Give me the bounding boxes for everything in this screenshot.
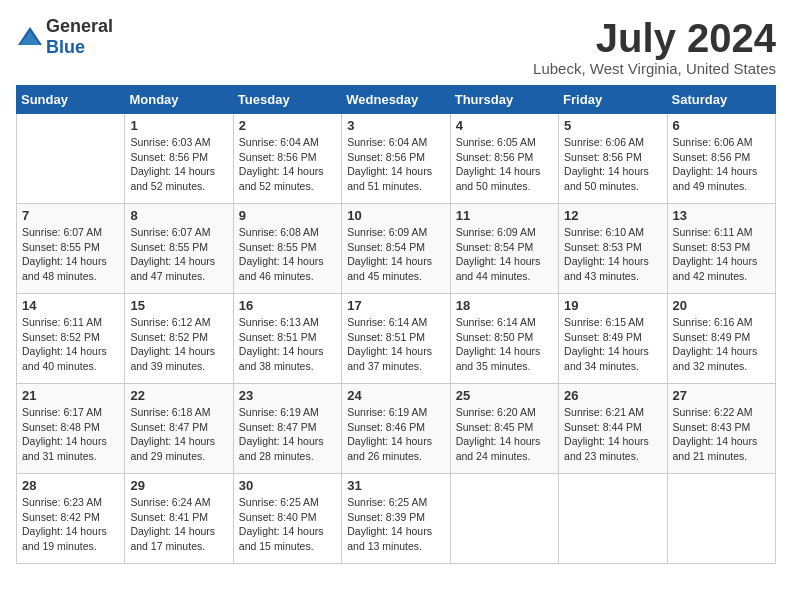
header-row: SundayMondayTuesdayWednesdayThursdayFrid… — [17, 86, 776, 114]
cell-content: Sunrise: 6:05 AM Sunset: 8:56 PM Dayligh… — [456, 135, 553, 194]
calendar-cell: 12Sunrise: 6:10 AM Sunset: 8:53 PM Dayli… — [559, 204, 667, 294]
calendar-cell: 30Sunrise: 6:25 AM Sunset: 8:40 PM Dayli… — [233, 474, 341, 564]
calendar-cell — [559, 474, 667, 564]
cell-content: Sunrise: 6:14 AM Sunset: 8:50 PM Dayligh… — [456, 315, 553, 374]
day-number: 18 — [456, 298, 553, 313]
day-number: 20 — [673, 298, 770, 313]
calendar-table: SundayMondayTuesdayWednesdayThursdayFrid… — [16, 85, 776, 564]
week-row-5: 28Sunrise: 6:23 AM Sunset: 8:42 PM Dayli… — [17, 474, 776, 564]
cell-content: Sunrise: 6:22 AM Sunset: 8:43 PM Dayligh… — [673, 405, 770, 464]
cell-content: Sunrise: 6:13 AM Sunset: 8:51 PM Dayligh… — [239, 315, 336, 374]
col-header-wednesday: Wednesday — [342, 86, 450, 114]
day-number: 8 — [130, 208, 227, 223]
col-header-tuesday: Tuesday — [233, 86, 341, 114]
cell-content: Sunrise: 6:12 AM Sunset: 8:52 PM Dayligh… — [130, 315, 227, 374]
calendar-cell: 24Sunrise: 6:19 AM Sunset: 8:46 PM Dayli… — [342, 384, 450, 474]
cell-content: Sunrise: 6:03 AM Sunset: 8:56 PM Dayligh… — [130, 135, 227, 194]
day-number: 11 — [456, 208, 553, 223]
logo-text: General Blue — [46, 16, 113, 58]
calendar-cell: 6Sunrise: 6:06 AM Sunset: 8:56 PM Daylig… — [667, 114, 775, 204]
cell-content: Sunrise: 6:07 AM Sunset: 8:55 PM Dayligh… — [130, 225, 227, 284]
day-number: 9 — [239, 208, 336, 223]
calendar-cell: 9Sunrise: 6:08 AM Sunset: 8:55 PM Daylig… — [233, 204, 341, 294]
calendar-cell: 14Sunrise: 6:11 AM Sunset: 8:52 PM Dayli… — [17, 294, 125, 384]
cell-content: Sunrise: 6:23 AM Sunset: 8:42 PM Dayligh… — [22, 495, 119, 554]
cell-content: Sunrise: 6:11 AM Sunset: 8:52 PM Dayligh… — [22, 315, 119, 374]
col-header-thursday: Thursday — [450, 86, 558, 114]
calendar-cell: 23Sunrise: 6:19 AM Sunset: 8:47 PM Dayli… — [233, 384, 341, 474]
calendar-cell: 10Sunrise: 6:09 AM Sunset: 8:54 PM Dayli… — [342, 204, 450, 294]
day-number: 16 — [239, 298, 336, 313]
day-number: 2 — [239, 118, 336, 133]
cell-content: Sunrise: 6:06 AM Sunset: 8:56 PM Dayligh… — [564, 135, 661, 194]
day-number: 17 — [347, 298, 444, 313]
cell-content: Sunrise: 6:04 AM Sunset: 8:56 PM Dayligh… — [347, 135, 444, 194]
calendar-cell: 3Sunrise: 6:04 AM Sunset: 8:56 PM Daylig… — [342, 114, 450, 204]
cell-content: Sunrise: 6:07 AM Sunset: 8:55 PM Dayligh… — [22, 225, 119, 284]
day-number: 7 — [22, 208, 119, 223]
cell-content: Sunrise: 6:18 AM Sunset: 8:47 PM Dayligh… — [130, 405, 227, 464]
cell-content: Sunrise: 6:10 AM Sunset: 8:53 PM Dayligh… — [564, 225, 661, 284]
cell-content: Sunrise: 6:24 AM Sunset: 8:41 PM Dayligh… — [130, 495, 227, 554]
calendar-cell: 5Sunrise: 6:06 AM Sunset: 8:56 PM Daylig… — [559, 114, 667, 204]
day-number: 21 — [22, 388, 119, 403]
day-number: 25 — [456, 388, 553, 403]
cell-content: Sunrise: 6:11 AM Sunset: 8:53 PM Dayligh… — [673, 225, 770, 284]
day-number: 13 — [673, 208, 770, 223]
calendar-cell: 13Sunrise: 6:11 AM Sunset: 8:53 PM Dayli… — [667, 204, 775, 294]
calendar-cell: 28Sunrise: 6:23 AM Sunset: 8:42 PM Dayli… — [17, 474, 125, 564]
week-row-2: 7Sunrise: 6:07 AM Sunset: 8:55 PM Daylig… — [17, 204, 776, 294]
day-number: 3 — [347, 118, 444, 133]
cell-content: Sunrise: 6:21 AM Sunset: 8:44 PM Dayligh… — [564, 405, 661, 464]
day-number: 12 — [564, 208, 661, 223]
calendar-cell: 15Sunrise: 6:12 AM Sunset: 8:52 PM Dayli… — [125, 294, 233, 384]
month-year: July 2024 — [533, 16, 776, 60]
calendar-cell: 21Sunrise: 6:17 AM Sunset: 8:48 PM Dayli… — [17, 384, 125, 474]
calendar-cell: 4Sunrise: 6:05 AM Sunset: 8:56 PM Daylig… — [450, 114, 558, 204]
day-number: 10 — [347, 208, 444, 223]
calendar-cell: 20Sunrise: 6:16 AM Sunset: 8:49 PM Dayli… — [667, 294, 775, 384]
day-number: 19 — [564, 298, 661, 313]
day-number: 29 — [130, 478, 227, 493]
cell-content: Sunrise: 6:15 AM Sunset: 8:49 PM Dayligh… — [564, 315, 661, 374]
day-number: 1 — [130, 118, 227, 133]
cell-content: Sunrise: 6:04 AM Sunset: 8:56 PM Dayligh… — [239, 135, 336, 194]
cell-content: Sunrise: 6:19 AM Sunset: 8:46 PM Dayligh… — [347, 405, 444, 464]
cell-content: Sunrise: 6:16 AM Sunset: 8:49 PM Dayligh… — [673, 315, 770, 374]
day-number: 28 — [22, 478, 119, 493]
logo: General Blue — [16, 16, 113, 58]
calendar-cell: 18Sunrise: 6:14 AM Sunset: 8:50 PM Dayli… — [450, 294, 558, 384]
cell-content: Sunrise: 6:25 AM Sunset: 8:39 PM Dayligh… — [347, 495, 444, 554]
day-number: 31 — [347, 478, 444, 493]
calendar-cell: 16Sunrise: 6:13 AM Sunset: 8:51 PM Dayli… — [233, 294, 341, 384]
calendar-cell: 17Sunrise: 6:14 AM Sunset: 8:51 PM Dayli… — [342, 294, 450, 384]
location: Lubeck, West Virginia, United States — [533, 60, 776, 77]
week-row-4: 21Sunrise: 6:17 AM Sunset: 8:48 PM Dayli… — [17, 384, 776, 474]
calendar-cell: 11Sunrise: 6:09 AM Sunset: 8:54 PM Dayli… — [450, 204, 558, 294]
day-number: 5 — [564, 118, 661, 133]
cell-content: Sunrise: 6:17 AM Sunset: 8:48 PM Dayligh… — [22, 405, 119, 464]
day-number: 22 — [130, 388, 227, 403]
cell-content: Sunrise: 6:19 AM Sunset: 8:47 PM Dayligh… — [239, 405, 336, 464]
calendar-cell: 26Sunrise: 6:21 AM Sunset: 8:44 PM Dayli… — [559, 384, 667, 474]
calendar-cell: 8Sunrise: 6:07 AM Sunset: 8:55 PM Daylig… — [125, 204, 233, 294]
day-number: 26 — [564, 388, 661, 403]
calendar-cell — [450, 474, 558, 564]
day-number: 23 — [239, 388, 336, 403]
day-number: 14 — [22, 298, 119, 313]
col-header-monday: Monday — [125, 86, 233, 114]
cell-content: Sunrise: 6:25 AM Sunset: 8:40 PM Dayligh… — [239, 495, 336, 554]
cell-content: Sunrise: 6:14 AM Sunset: 8:51 PM Dayligh… — [347, 315, 444, 374]
calendar-cell: 25Sunrise: 6:20 AM Sunset: 8:45 PM Dayli… — [450, 384, 558, 474]
calendar-cell: 29Sunrise: 6:24 AM Sunset: 8:41 PM Dayli… — [125, 474, 233, 564]
header: General Blue July 2024 Lubeck, West Virg… — [16, 16, 776, 77]
cell-content: Sunrise: 6:06 AM Sunset: 8:56 PM Dayligh… — [673, 135, 770, 194]
calendar-cell: 2Sunrise: 6:04 AM Sunset: 8:56 PM Daylig… — [233, 114, 341, 204]
day-number: 27 — [673, 388, 770, 403]
calendar-cell: 1Sunrise: 6:03 AM Sunset: 8:56 PM Daylig… — [125, 114, 233, 204]
col-header-sunday: Sunday — [17, 86, 125, 114]
day-number: 6 — [673, 118, 770, 133]
cell-content: Sunrise: 6:09 AM Sunset: 8:54 PM Dayligh… — [347, 225, 444, 284]
calendar-cell: 7Sunrise: 6:07 AM Sunset: 8:55 PM Daylig… — [17, 204, 125, 294]
day-number: 4 — [456, 118, 553, 133]
